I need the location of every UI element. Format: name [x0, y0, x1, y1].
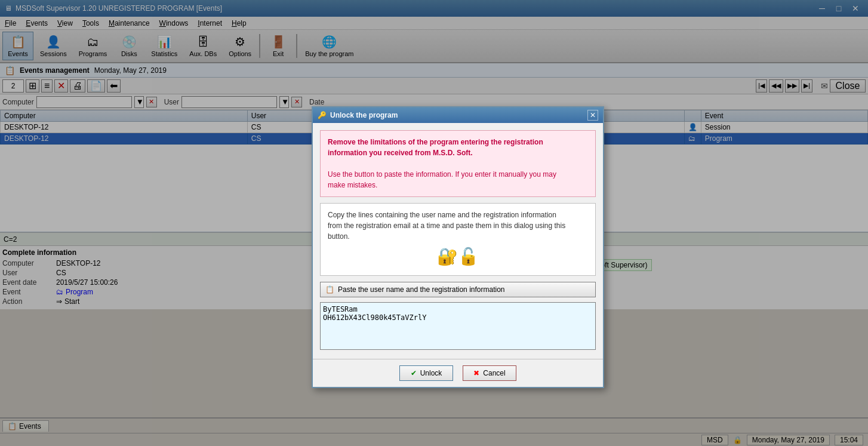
unlock-label: Unlock: [420, 369, 442, 377]
unlock-button[interactable]: ✔ Unlock: [399, 365, 453, 381]
paste-label: Paste the user name and the registration…: [338, 285, 505, 294]
dialog-buttons: ✔ Unlock ✖ Cancel: [313, 359, 603, 387]
dialog-titlebar: 🔑 Unlock the program ✕: [313, 107, 603, 123]
paste-button[interactable]: 📋 Paste the user name and the registrati…: [320, 282, 596, 297]
cancel-x-icon: ✖: [473, 369, 479, 377]
watermark-image: 🔐🔓: [328, 244, 588, 269]
dialog-icon: 🔑: [318, 111, 327, 119]
dialog-warning-text2: Use the button to paste the information.…: [328, 170, 556, 189]
unlock-check-icon: ✔: [411, 369, 417, 377]
dialog-title: Unlock the program: [330, 111, 398, 119]
unlock-dialog: 🔑 Unlock the program ✕ Remove the limita…: [312, 106, 604, 388]
cancel-button[interactable]: ✖ Cancel: [463, 365, 516, 381]
reg-textarea[interactable]: ByTESRam OH612bX43Cl980k45TaVZrlY: [320, 302, 596, 350]
paste-icon: 📋: [325, 285, 334, 294]
dialog-body: Remove the limitations of the program en…: [313, 123, 603, 359]
dialog-warning-text: Remove the limitations of the program en…: [328, 138, 543, 157]
dialog-overlay: 🔑 Unlock the program ✕ Remove the limita…: [0, 0, 868, 446]
dialog-close-button[interactable]: ✕: [587, 110, 598, 121]
cancel-label: Cancel: [483, 369, 505, 377]
dialog-titlebar-left: 🔑 Unlock the program: [318, 111, 398, 119]
dialog-info-box: Copy the lines containing the user name …: [320, 203, 596, 276]
dialog-warning: Remove the limitations of the program en…: [320, 130, 596, 197]
dialog-info-text: Copy the lines containing the user name …: [328, 211, 565, 241]
